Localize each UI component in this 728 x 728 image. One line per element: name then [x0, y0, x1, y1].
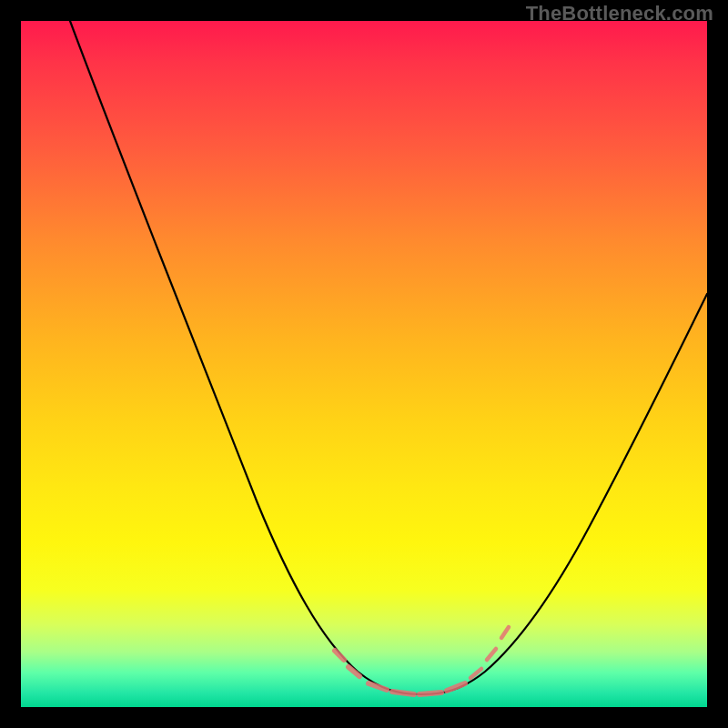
- marker-right-3: [501, 627, 509, 638]
- watermark-text: TheBottleneck.com: [526, 2, 713, 25]
- marker-left-1: [335, 651, 344, 660]
- chart-svg: [21, 21, 707, 707]
- chart-area: [21, 21, 707, 707]
- curve-main: [70, 21, 707, 694]
- marker-left-2: [349, 667, 359, 676]
- marker-bottom-3: [420, 693, 441, 694]
- marker-bottom-1: [369, 683, 387, 690]
- marker-bottom-4: [447, 683, 465, 691]
- marker-bottom-2: [392, 692, 414, 694]
- marker-right-2: [487, 649, 496, 660]
